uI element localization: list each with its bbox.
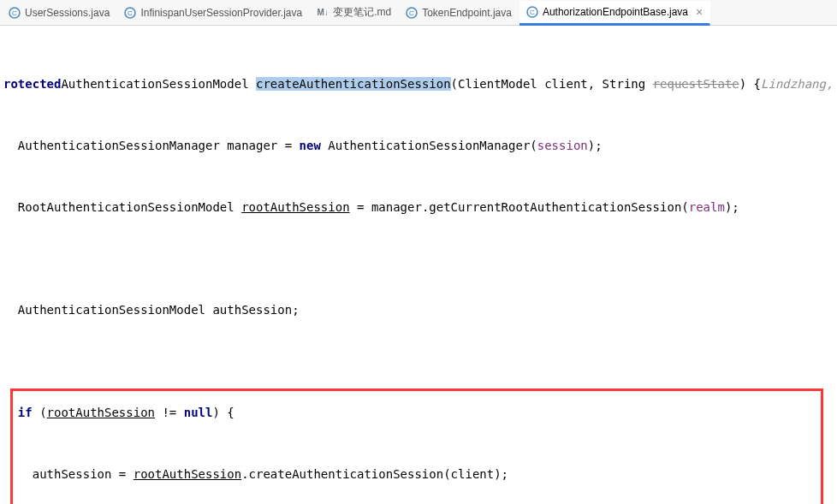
tab-usersessions[interactable]: C UserSessions.java bbox=[2, 0, 117, 25]
svg-text:C: C bbox=[128, 9, 133, 17]
code-editor[interactable]: rotectedAuthenticationSessionModel creat… bbox=[0, 26, 837, 504]
tab-label: AuthorizationEndpointBase.java bbox=[543, 6, 688, 18]
close-icon[interactable]: × bbox=[692, 5, 703, 19]
tab-label: UserSessions.java bbox=[25, 7, 110, 19]
tab-label: InfinispanUserSessionProvider.java bbox=[140, 7, 302, 19]
tab-label: TokenEndpoint.java bbox=[422, 7, 512, 19]
svg-text:C: C bbox=[530, 9, 535, 16]
java-class-icon: C bbox=[526, 6, 538, 18]
tab-label: 变更笔记.md bbox=[333, 5, 391, 20]
java-class-icon: C bbox=[406, 7, 418, 19]
java-class-icon: C bbox=[124, 7, 136, 19]
tab-authendpointbase[interactable]: C AuthorizationEndpointBase.java × bbox=[519, 1, 710, 26]
tab-notes[interactable]: M↓ 变更笔记.md bbox=[310, 0, 399, 25]
markdown-icon: M↓ bbox=[317, 7, 329, 19]
tab-tokenendpoint[interactable]: C TokenEndpoint.java bbox=[399, 0, 519, 25]
selected-text: createAuthenticationSession bbox=[256, 77, 451, 91]
tab-bar: C UserSessions.java C InfinispanUserSess… bbox=[0, 0, 837, 26]
java-class-icon: C bbox=[9, 7, 21, 19]
svg-text:C: C bbox=[12, 9, 17, 17]
keyword: rotected bbox=[3, 77, 61, 91]
svg-text:C: C bbox=[409, 9, 414, 17]
tab-infinispan[interactable]: C InfinispanUserSessionProvider.java bbox=[117, 0, 310, 25]
git-annotation: Lindzhang, 202 bbox=[761, 74, 837, 94]
